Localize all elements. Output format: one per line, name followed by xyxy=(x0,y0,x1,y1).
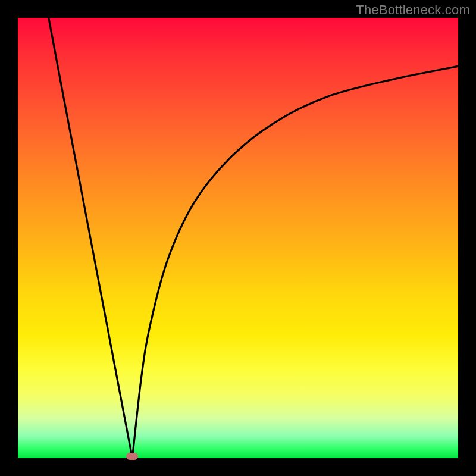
watermark-text: TheBottleneck.com xyxy=(356,2,470,18)
curve-left-branch xyxy=(49,18,133,458)
chart-frame: TheBottleneck.com xyxy=(0,0,476,476)
minimum-marker xyxy=(126,453,138,460)
plot-area xyxy=(18,18,458,458)
curve-right-branch xyxy=(132,66,458,458)
bottleneck-curve xyxy=(18,18,458,458)
